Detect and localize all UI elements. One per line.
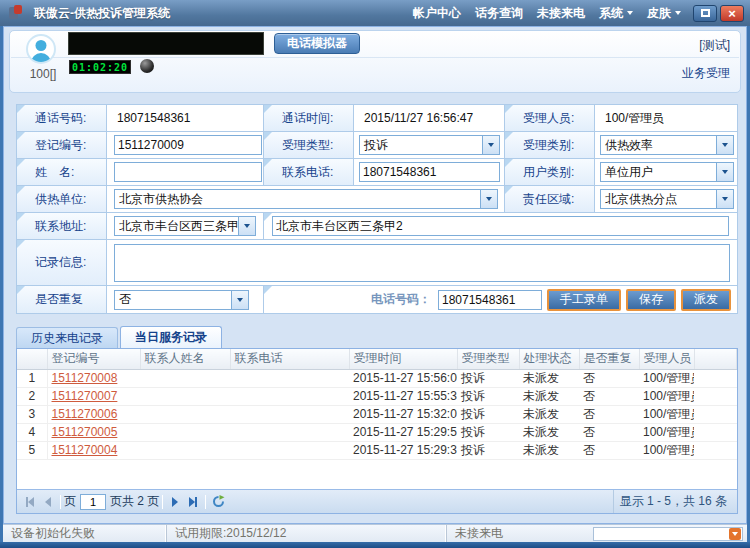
field-label-user-class: 用户类别:	[505, 159, 595, 186]
user-class-select[interactable]: 单位用户	[600, 162, 734, 182]
corner-fold-icon	[17, 286, 25, 294]
label-text: 受理人员:	[523, 110, 574, 127]
form-actions: 电话号码： 手工录单 保存 派发	[264, 286, 738, 314]
col-contact-phone[interactable]: 联系电话	[230, 349, 349, 369]
menu-missed-calls[interactable]: 未接来电	[537, 5, 585, 22]
tab-history-calls[interactable]: 历史来电记录	[16, 327, 118, 348]
page-number-input[interactable]	[80, 494, 106, 510]
row-number: 5	[17, 441, 47, 459]
label-text: 记录信息:	[35, 254, 86, 271]
menu-system[interactable]: 系统	[599, 5, 633, 22]
reg-no-link[interactable]: 1511270008	[52, 371, 118, 385]
col-accept-time[interactable]: 受理时间	[349, 349, 457, 369]
col-repeat[interactable]: 是否重复	[579, 349, 639, 369]
accept-class-select[interactable]: 供热效率	[600, 135, 734, 155]
chevron-down-icon[interactable]	[716, 136, 733, 154]
prev-page-button[interactable]	[39, 493, 57, 511]
menu-call-query[interactable]: 话务查询	[475, 5, 523, 22]
row-number: 1	[17, 369, 47, 387]
chevron-down-icon[interactable]	[716, 190, 733, 208]
cell-agent: 100/管理员	[639, 387, 694, 405]
business-accept-link[interactable]: 业务受理	[682, 65, 730, 82]
manual-entry-button[interactable]: 手工录单	[547, 289, 621, 311]
last-page-button[interactable]	[184, 493, 202, 511]
tab-today-service[interactable]: 当日服务记录	[120, 326, 222, 348]
table-row[interactable]: 1 1511270008 2015-11-27 15:56:00 投诉 未派发 …	[17, 369, 737, 387]
missed-calls-combo[interactable]	[593, 527, 743, 541]
reg-no-link[interactable]: 1511270006	[52, 407, 118, 421]
chevron-down-icon[interactable]	[480, 190, 497, 208]
phone-panel: 100[] 01:02:20 电话模拟器 [测试] 业务受理	[9, 30, 741, 93]
cell-repeat: 否	[579, 387, 639, 405]
cell-status: 未派发	[519, 405, 579, 423]
cell-filler	[694, 441, 737, 459]
cell-status: 未派发	[519, 387, 579, 405]
menu-skin[interactable]: 皮肤	[647, 5, 681, 22]
chevron-down-icon[interactable]	[238, 217, 255, 235]
cell-phone	[230, 369, 349, 387]
col-reg-no[interactable]: 登记编号	[47, 349, 140, 369]
field-label-address: 联系地址:	[17, 213, 107, 240]
cell-phone	[230, 423, 349, 441]
field-reg-no	[107, 132, 264, 159]
label-text: 受理类型:	[282, 137, 333, 154]
close-button[interactable]: ×	[720, 5, 744, 22]
chevron-down-icon[interactable]	[716, 163, 733, 181]
field-label-name: 姓 名:	[17, 159, 107, 186]
corner-fold-icon	[264, 213, 272, 221]
label-text: 通话号码:	[35, 110, 86, 127]
knob-icon[interactable]	[140, 59, 154, 73]
cell-status: 未派发	[519, 423, 579, 441]
save-button[interactable]: 保存	[626, 289, 676, 311]
person-icon	[36, 40, 47, 51]
selected-value: 供热效率	[601, 137, 716, 154]
cell-time: 2015-11-27 15:29:37	[349, 441, 457, 459]
reg-no-link[interactable]: 1511270005	[52, 425, 118, 439]
label-text: 是否重复	[35, 291, 83, 308]
service-record-table: 登记编号 联系人姓名 联系电话 受理时间 受理类型 处理状态 是否重复 受理人员…	[17, 349, 737, 460]
reg-no-link[interactable]: 1511270004	[52, 443, 118, 457]
label-text: 用户类别:	[523, 164, 574, 181]
field-address-select: 北京市丰台区西三条甲2	[107, 213, 264, 240]
col-contact-name[interactable]: 联系人姓名	[140, 349, 230, 369]
reg-no-link[interactable]: 1511270007	[52, 389, 118, 403]
corner-fold-icon	[17, 105, 25, 113]
repeat-select[interactable]: 否	[114, 290, 249, 310]
contact-phone-input[interactable]	[359, 162, 500, 182]
maximize-button[interactable]	[693, 5, 717, 22]
dispatch-button[interactable]: 派发	[681, 289, 731, 311]
name-input[interactable]	[114, 162, 262, 182]
cell-repeat: 否	[579, 405, 639, 423]
page-prefix-label: 页	[64, 493, 76, 510]
phone-number-input[interactable]	[438, 290, 542, 310]
field-accept-type: 投诉	[354, 132, 505, 159]
address-input[interactable]	[272, 216, 729, 236]
reg-no-input[interactable]	[114, 135, 262, 155]
cell-time: 2015-11-27 15:56:00	[349, 369, 457, 387]
field-repeat: 否	[107, 286, 264, 314]
col-status[interactable]: 处理状态	[519, 349, 579, 369]
field-address-input	[264, 213, 738, 240]
cell-type: 投诉	[457, 423, 519, 441]
next-page-button[interactable]	[166, 493, 184, 511]
record-info-textarea[interactable]	[114, 244, 730, 282]
table-row[interactable]: 3 1511270006 2015-11-27 15:32:09 投诉 未派发 …	[17, 405, 737, 423]
refresh-button[interactable]	[209, 493, 227, 511]
menu-account-center[interactable]: 帐户中心	[413, 5, 461, 22]
first-page-button[interactable]	[21, 493, 39, 511]
phone-simulator-button[interactable]: 电话模拟器	[274, 33, 360, 54]
col-accept-type[interactable]: 受理类型	[457, 349, 519, 369]
selected-value: 投诉	[360, 137, 482, 154]
table-row[interactable]: 4 1511270005 2015-11-27 15:29:52 投诉 未派发 …	[17, 423, 737, 441]
accept-type-select[interactable]: 投诉	[359, 135, 500, 155]
row-number: 3	[17, 405, 47, 423]
col-operator[interactable]: 受理人员	[639, 349, 694, 369]
table-row[interactable]: 2 1511270007 2015-11-27 15:55:35 投诉 未派发 …	[17, 387, 737, 405]
missed-calls-dropdown-icon[interactable]	[729, 528, 741, 540]
table-row[interactable]: 5 1511270004 2015-11-27 15:29:37 投诉 未派发 …	[17, 441, 737, 459]
chevron-down-icon[interactable]	[482, 136, 499, 154]
heat-unit-select[interactable]: 北京市供热协会	[114, 189, 498, 209]
region-select[interactable]: 北京供热分点	[600, 189, 734, 209]
address-select[interactable]: 北京市丰台区西三条甲2	[114, 216, 256, 236]
chevron-down-icon[interactable]	[231, 291, 248, 309]
